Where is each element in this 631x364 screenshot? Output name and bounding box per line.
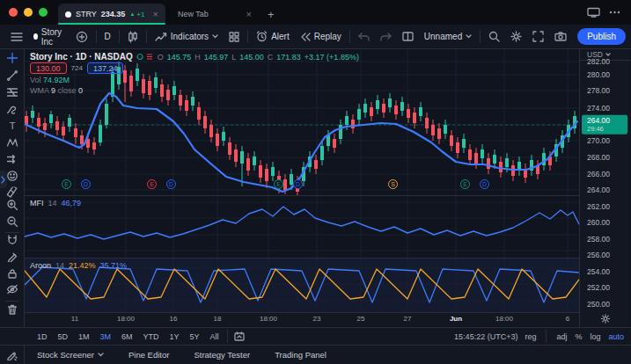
tab-new-tab[interactable]: New Tab × — [171, 4, 259, 25]
legend-status-icons[interactable] — [136, 53, 154, 61]
stock-screener-tab[interactable]: Stock Screener — [25, 346, 116, 364]
trading-panel-tab[interactable]: Trading Panel — [262, 346, 339, 364]
alert-button[interactable]: Alert — [251, 27, 295, 47]
earnings-up-badge[interactable]: E — [62, 179, 71, 189]
price-axis[interactable]: USD 264.00 29:46 282.00280.00278.00274.0… — [579, 49, 630, 327]
fullscreen-icon — [532, 31, 544, 42]
aroon-up-value: 21.42% — [69, 261, 96, 270]
pen-tool-icon[interactable] — [0, 346, 25, 364]
range-button-6m[interactable]: 6M — [116, 332, 138, 341]
pane-settings-button[interactable] — [600, 314, 610, 324]
magnet-icon[interactable] — [7, 235, 18, 245]
earnings-up-badge[interactable]: E — [460, 179, 470, 189]
text-tool-icon[interactable]: T — [7, 118, 17, 134]
publish-button[interactable]: Publish — [577, 28, 626, 45]
aroon-label[interactable]: Aroon — [30, 261, 51, 270]
measure-icon[interactable] — [6, 187, 18, 199]
date-ranges: 1D5D1M3M6MYTD1Y5YAll — [32, 332, 224, 341]
crosshair-icon[interactable] — [6, 53, 18, 64]
session-label[interactable]: reg — [525, 332, 536, 341]
drawing-mode-icon[interactable] — [7, 251, 18, 262]
range-button-3m[interactable]: 3M — [95, 332, 117, 341]
range-button-ytd[interactable]: YTD — [138, 332, 165, 341]
layout-panes-button[interactable] — [397, 27, 419, 47]
drawing-panel-toggle[interactable] — [0, 171, 7, 188]
dividend-badge[interactable]: D — [480, 179, 489, 189]
interval-button[interactable]: D — [99, 27, 116, 47]
price-pane[interactable]: Story Inc · 1D · NASDAQ O145.75 H145.97 … — [25, 49, 579, 196]
range-button-1y[interactable]: 1Y — [165, 332, 185, 341]
more-options-icon[interactable] — [609, 11, 620, 14]
earnings-up-badge[interactable]: E — [274, 179, 283, 189]
compare-button[interactable] — [70, 27, 93, 47]
price-axis-label: 250.00 — [587, 300, 610, 309]
snapshot-button[interactable] — [549, 27, 572, 47]
close-tab-icon[interactable]: × — [152, 9, 158, 19]
aroon-pane[interactable]: Aroon 14 21.42% 35,71% — [25, 258, 579, 313]
redo-button[interactable] — [375, 27, 397, 47]
split-badge[interactable]: S — [388, 179, 398, 189]
emoji-icon[interactable] — [6, 171, 18, 182]
mfi-legend: MFI 14 46,79 — [30, 199, 81, 207]
time-axis-label: 18:00 — [260, 315, 277, 323]
price-axis-label: 258.00 — [587, 235, 610, 244]
dividend-badge[interactable]: D — [293, 179, 303, 189]
quick-search-button[interactable] — [483, 27, 505, 47]
symbol-search-button[interactable]: Story Inc — [28, 27, 70, 47]
new-tab-button[interactable]: + — [259, 4, 283, 25]
tab-change: ▲+1 — [129, 11, 144, 18]
scale-log-button[interactable]: log — [590, 332, 600, 341]
remove-all-drawings-icon[interactable] — [7, 304, 17, 315]
range-button-1d[interactable]: 1D — [32, 332, 53, 341]
mfi-label[interactable]: MFI — [30, 199, 44, 207]
zoom-out-icon[interactable] — [6, 216, 18, 228]
zoom-window-button[interactable] — [39, 8, 48, 17]
symbol-title[interactable]: Story Inc · 1D · NASDAQ — [30, 52, 133, 62]
scale-auto-button[interactable]: auto — [608, 332, 624, 341]
range-button-5y[interactable]: 5Y — [185, 332, 205, 341]
scale-percent-button[interactable]: % — [575, 332, 582, 341]
minimize-window-button[interactable] — [24, 8, 33, 17]
aroon-legend: Aroon 14 21.42% 35,71% — [30, 261, 127, 270]
menu-button[interactable] — [5, 27, 28, 47]
time-axis[interactable]: 1118:00161818:00232527Jun18:006 — [25, 313, 579, 326]
scale-adj-button[interactable]: adj — [556, 332, 567, 341]
lock-all-drawings-icon[interactable] — [7, 268, 17, 279]
buy-button[interactable]: 137.24 — [87, 62, 124, 74]
chart-style-button[interactable] — [122, 27, 143, 47]
indicator-templates-button[interactable] — [224, 27, 245, 47]
clock[interactable]: 15:45:22 (UTC+3) — [454, 332, 517, 341]
zoom-in-icon[interactable] — [6, 200, 18, 211]
screen-share-icon[interactable] — [587, 7, 600, 18]
range-button-5d[interactable]: 5D — [53, 332, 74, 341]
fullscreen-button[interactable] — [527, 27, 549, 47]
strategy-tester-tab[interactable]: Strategy Tester — [181, 346, 262, 364]
indicators-button[interactable]: Indicators — [150, 27, 224, 47]
xabcd-pattern-icon[interactable] — [6, 138, 18, 148]
fib-retracement-icon[interactable] — [6, 88, 18, 98]
forecast-icon[interactable] — [6, 155, 18, 164]
range-button-1m[interactable]: 1M — [73, 332, 95, 341]
tab-stry[interactable]: STRY 234.35 ▲+1 × — [58, 4, 165, 25]
dividend-badge[interactable]: D — [81, 179, 91, 189]
settings-button[interactable] — [505, 27, 527, 47]
trend-line-icon[interactable] — [6, 70, 18, 82]
layout-name-button[interactable]: Unnamed — [419, 27, 477, 47]
earnings-down-badge[interactable]: E — [147, 179, 157, 189]
sell-button[interactable]: 130.00 — [30, 62, 67, 74]
range-button-all[interactable]: All — [205, 332, 224, 341]
dividend-badge[interactable]: D — [166, 179, 176, 189]
chart-area[interactable]: Story Inc · 1D · NASDAQ O145.75 H145.97 … — [25, 49, 579, 327]
replay-button[interactable]: Replay — [295, 27, 347, 47]
mfi-pane[interactable]: MFI 14 46,79 — [25, 196, 579, 258]
price-axis-label: 254.00 — [587, 267, 610, 276]
go-to-date-button[interactable] — [231, 327, 248, 346]
close-window-button[interactable] — [9, 8, 18, 17]
window-controls[interactable] — [0, 0, 58, 25]
close-tab-icon[interactable]: × — [246, 9, 251, 19]
undo-button[interactable] — [353, 27, 375, 47]
price-axis-label: 270.00 — [587, 136, 610, 145]
hide-all-drawings-icon[interactable] — [6, 285, 18, 295]
brush-icon[interactable] — [6, 104, 18, 114]
pine-editor-tab[interactable]: Pine Editor — [116, 346, 181, 364]
